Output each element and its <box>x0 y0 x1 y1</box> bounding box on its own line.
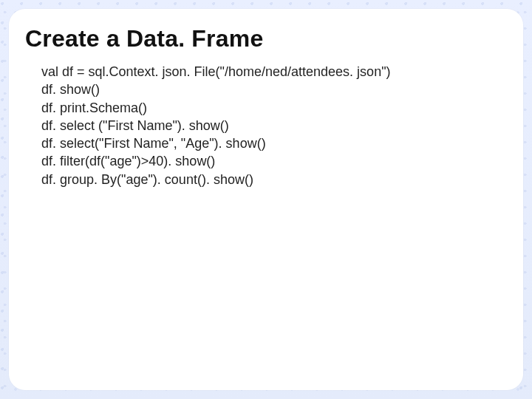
slide-title: Create a Data. Frame <box>25 25 504 52</box>
code-line: df. select("First Name", "Age"). show() <box>41 134 504 152</box>
code-line: val df = sql.Context. json. File("/home/… <box>41 63 504 81</box>
code-line: df. show() <box>41 81 504 98</box>
code-line: df. select ("First Name"). show() <box>41 117 504 134</box>
code-line: df. filter(df("age")>40). show() <box>41 152 504 170</box>
code-line: df. print.Schema() <box>41 99 504 117</box>
slide-background: Create a Data. Frame val df = sql.Contex… <box>0 0 532 399</box>
code-line: df. group. By("age"). count(). show() <box>41 171 504 188</box>
content-card: Create a Data. Frame val df = sql.Contex… <box>9 9 523 390</box>
code-block: val df = sql.Context. json. File("/home/… <box>25 63 504 188</box>
